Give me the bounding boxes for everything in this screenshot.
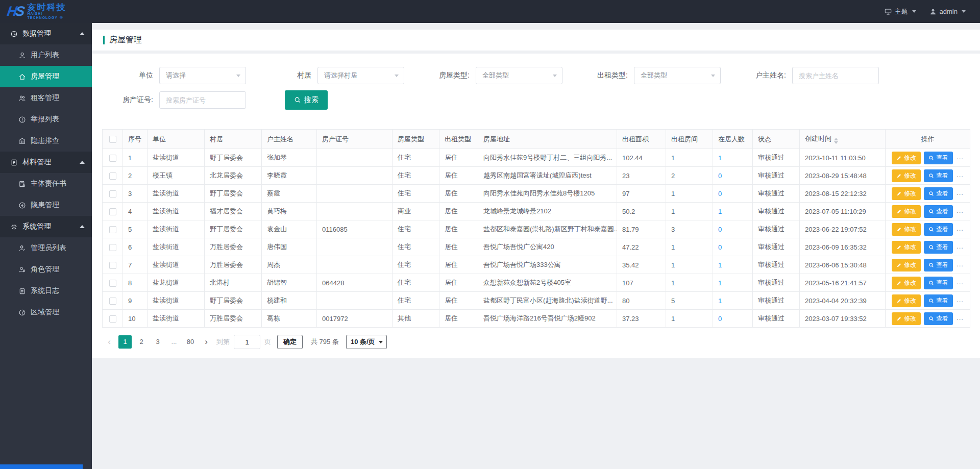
view-button[interactable]: 查看 [924, 277, 953, 289]
village-select[interactable]: 请选择村居 [317, 67, 404, 84]
row-checkbox[interactable] [109, 190, 116, 198]
sidebar-item-主体责任书[interactable]: 主体责任书 [0, 173, 92, 194]
residents-count-link[interactable]: 1 [718, 154, 722, 162]
cell-status: 审核通过 [753, 256, 800, 274]
next-page-button[interactable]: › [200, 337, 212, 347]
residents-count-link[interactable]: 0 [718, 172, 722, 180]
cell-residents: 1 [713, 203, 753, 220]
unit-select[interactable]: 请选择 [159, 67, 246, 84]
edit-button[interactable]: 修改 [892, 241, 921, 254]
sidebar-item-管理员列表[interactable]: 管理员列表 [0, 237, 92, 259]
pencil-icon [896, 316, 902, 322]
view-button[interactable]: 查看 [924, 169, 953, 182]
sidebar-group-label: 数据管理 [22, 29, 51, 38]
edit-button[interactable]: 修改 [892, 205, 921, 218]
sidebar-item-区域管理[interactable]: 区域管理 [0, 302, 92, 323]
edit-button[interactable]: 修改 [892, 277, 921, 289]
row-checkbox[interactable] [109, 262, 116, 269]
sidebar-item-系统日志[interactable]: 系统日志 [0, 280, 92, 302]
view-button[interactable]: 查看 [924, 312, 953, 325]
table-header-row: 序号 单位 村居 户主姓名 房产证号 房屋类型 出租类型 房屋地址 出租面积 出… [103, 130, 970, 149]
row-checkbox[interactable] [109, 208, 116, 215]
view-button[interactable]: 查看 [924, 259, 953, 271]
residents-count-link[interactable]: 0 [718, 315, 722, 323]
cell-village: 万胜居委会 [205, 238, 262, 256]
view-button[interactable]: 查看 [924, 152, 953, 164]
more-actions-button[interactable]: ... [957, 153, 964, 161]
responsibility-doc-icon [18, 180, 26, 188]
sidebar-group-数据管理[interactable]: 数据管理 [0, 23, 92, 44]
search-button[interactable]: 搜索 [285, 90, 328, 110]
cell-village: 野丁居委会 [205, 292, 262, 310]
edit-button[interactable]: 修改 [892, 152, 921, 164]
sidebar-group-系统管理[interactable]: 系统管理 [0, 216, 92, 237]
more-actions-button[interactable]: ... [957, 242, 964, 250]
row-checkbox[interactable] [109, 226, 116, 233]
goto-page-prefix: 到第 [216, 337, 230, 347]
edit-button[interactable]: 修改 [892, 187, 921, 200]
view-button[interactable]: 查看 [924, 187, 953, 200]
more-actions-button[interactable]: ... [957, 314, 964, 322]
row-checkbox[interactable] [109, 280, 116, 287]
residents-count-link[interactable]: 0 [718, 226, 722, 233]
row-checkbox[interactable] [109, 155, 116, 162]
residents-count-link[interactable]: 1 [718, 297, 722, 305]
cert-number-input[interactable] [166, 96, 233, 104]
edit-button[interactable]: 修改 [892, 223, 921, 236]
page-number-1[interactable]: 1 [118, 335, 132, 349]
edit-button[interactable]: 修改 [892, 259, 921, 271]
more-actions-button[interactable]: ... [957, 225, 964, 232]
more-actions-button[interactable]: ... [957, 171, 964, 179]
more-actions-button[interactable]: ... [957, 278, 964, 286]
residents-count-link[interactable]: 1 [718, 261, 722, 269]
rent-type-select[interactable]: 全部类型 [634, 67, 721, 84]
prev-page-button[interactable]: ‹ [103, 337, 115, 347]
page-number-80[interactable]: 80 [184, 335, 197, 349]
row-checkbox[interactable] [109, 298, 116, 305]
column-header-status: 状态 [753, 130, 800, 149]
sidebar-item-隐患管理[interactable]: 隐患管理 [0, 194, 92, 216]
page-size-select[interactable]: 10 条/页 [346, 335, 387, 349]
row-checkbox[interactable] [109, 172, 116, 180]
residents-count-link[interactable]: 0 [718, 243, 722, 251]
cell-area: 23 [617, 167, 666, 185]
sidebar-group-材料管理[interactable]: 材料管理 [0, 152, 92, 173]
owner-name-input[interactable] [799, 72, 866, 80]
goto-page-input[interactable] [234, 335, 260, 349]
page-number-3[interactable]: 3 [151, 335, 164, 349]
row-checkbox[interactable] [109, 244, 116, 251]
residents-count-link[interactable]: 1 [718, 208, 722, 215]
sidebar-item-用户列表[interactable]: 用户列表 [0, 44, 92, 66]
house-type-select[interactable]: 全部类型 [476, 67, 562, 84]
more-actions-button[interactable]: ... [957, 207, 964, 214]
sidebar-item-举报列表[interactable]: 举报列表 [0, 109, 92, 130]
view-button[interactable]: 查看 [924, 205, 953, 218]
residents-count-link[interactable]: 1 [718, 279, 722, 287]
more-actions-button[interactable]: ... [957, 189, 964, 196]
row-checkbox[interactable] [109, 315, 116, 323]
edit-button[interactable]: 修改 [892, 169, 921, 182]
cell-house_type: 住宅 [393, 238, 439, 256]
sidebar-item-隐患排查[interactable]: 隐患排查 [0, 130, 92, 152]
sidebar-item-租客管理[interactable]: 租客管理 [0, 87, 92, 109]
edit-button[interactable]: 修改 [892, 294, 921, 307]
sort-icon[interactable] [834, 138, 838, 144]
hazard-icon [18, 202, 26, 209]
page-ellipsis[interactable]: ... [167, 335, 181, 349]
view-button[interactable]: 查看 [924, 294, 953, 307]
theme-menu[interactable]: 主题 [885, 7, 916, 16]
view-button[interactable]: 查看 [924, 241, 953, 254]
chevron-down-icon [236, 75, 240, 77]
page-number-2[interactable]: 2 [135, 335, 148, 349]
edit-button[interactable]: 修改 [892, 312, 921, 325]
select-all-checkbox[interactable] [109, 136, 116, 143]
view-button[interactable]: 查看 [924, 223, 953, 236]
more-actions-button[interactable]: ... [957, 260, 964, 268]
sidebar-item-角色管理[interactable]: 角色管理 [0, 259, 92, 280]
sidebar-item-房屋管理[interactable]: 房屋管理 [0, 66, 92, 87]
goto-confirm-button[interactable]: 确定 [277, 335, 303, 349]
cell-created: 2023-06-22 19:07:52 [800, 220, 886, 238]
residents-count-link[interactable]: 0 [718, 190, 722, 198]
more-actions-button[interactable]: ... [957, 296, 964, 304]
user-menu[interactable]: admin [929, 8, 966, 15]
